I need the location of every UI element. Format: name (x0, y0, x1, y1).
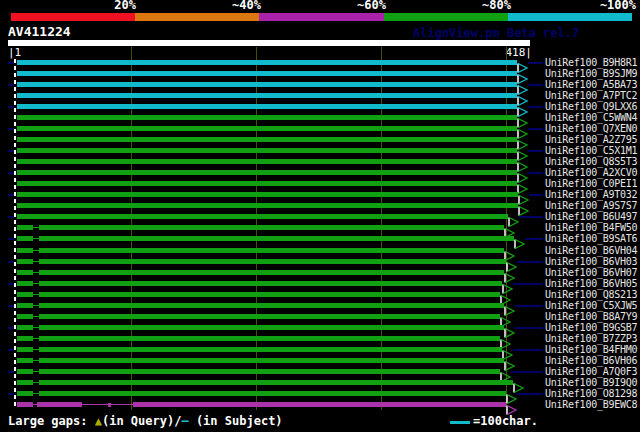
alignment-bar[interactable] (17, 347, 33, 352)
alignment-arrow-icon[interactable] (517, 113, 528, 123)
alignment-arrow-icon[interactable] (513, 378, 524, 388)
alignment-arrow-icon[interactable] (504, 223, 515, 233)
hit-label[interactable]: UniRef100_C5X1M1 (545, 145, 640, 156)
hit-label[interactable]: UniRef100_B6U497 (545, 211, 640, 222)
alignment-bar[interactable] (17, 248, 33, 253)
hit-label[interactable]: UniRef100_B4FHM0 (545, 344, 640, 355)
alignment-bar[interactable] (39, 358, 504, 363)
alignment-arrow-icon[interactable] (506, 257, 517, 267)
hit-label[interactable]: UniRef100_B9H8R1 (545, 57, 640, 68)
alignment-arrow-icon[interactable] (517, 146, 528, 156)
hit-label[interactable]: UniRef100_B6VH07 (545, 267, 640, 278)
hit-label[interactable]: UniRef100_C5WWN4 (545, 112, 640, 123)
alignment-arrow-icon[interactable] (506, 389, 517, 399)
alignment-bar[interactable] (17, 159, 517, 164)
alignment-arrow-icon[interactable] (517, 80, 528, 90)
alignment-arrow-icon[interactable] (517, 135, 528, 145)
alignment-arrow-icon[interactable] (517, 91, 528, 101)
hit-label[interactable]: UniRef100_B6VH04 (545, 245, 640, 256)
alignment-bar[interactable] (17, 270, 33, 275)
alignment-bar[interactable] (17, 236, 33, 241)
hit-label[interactable]: UniRef100_A5BA73 (545, 79, 640, 90)
alignment-bar[interactable] (17, 402, 33, 407)
alignment-bar[interactable] (39, 380, 513, 385)
alignment-arrow-icon[interactable] (508, 212, 519, 222)
alignment-bar[interactable] (17, 93, 517, 98)
alignment-arrow-icon[interactable] (504, 246, 515, 256)
alignment-bar[interactable] (37, 402, 82, 407)
alignment-arrow-icon[interactable] (506, 400, 517, 410)
alignment-bar[interactable] (17, 292, 33, 297)
alignment-bar[interactable] (17, 369, 33, 374)
hit-label[interactable]: UniRef100_O81298 (545, 388, 640, 399)
alignment-arrow-icon[interactable] (502, 345, 513, 355)
hit-label[interactable]: UniRef100_A2XCV0 (545, 167, 640, 178)
alignment-bar[interactable] (17, 314, 33, 319)
alignment-arrow-icon[interactable] (500, 312, 511, 322)
alignment-arrow-icon[interactable] (517, 124, 528, 134)
hit-label[interactable]: UniRef100_B4FW50 (545, 222, 640, 233)
alignment-bar[interactable] (17, 170, 517, 175)
alignment-bar[interactable] (17, 148, 517, 153)
alignment-bar[interactable] (39, 236, 514, 241)
alignment-arrow-icon[interactable] (504, 356, 515, 366)
hit-label[interactable]: UniRef100_Q9LXX6 (545, 101, 640, 112)
hit-label[interactable]: UniRef100_B6VH03 (545, 256, 640, 267)
alignment-bar[interactable] (39, 248, 504, 253)
alignment-arrow-icon[interactable] (517, 168, 528, 178)
hit-label[interactable]: UniRef100_A2Z795 (545, 134, 640, 145)
hit-label[interactable]: UniRef100_A7Q0F3 (545, 366, 640, 377)
hit-label[interactable]: UniRef100_A9T032 (545, 189, 640, 200)
alignment-bar[interactable] (17, 259, 33, 264)
alignment-bar[interactable] (17, 225, 33, 230)
alignment-bar[interactable] (39, 391, 506, 396)
alignment-arrow-icon[interactable] (518, 190, 529, 200)
alignment-bar[interactable] (17, 137, 517, 142)
alignment-bar[interactable] (39, 281, 502, 286)
alignment-bar[interactable] (39, 369, 500, 374)
alignment-arrow-icon[interactable] (504, 323, 515, 333)
alignment-bar[interactable] (17, 71, 517, 76)
alignment-bar[interactable] (39, 270, 504, 275)
hit-label[interactable]: UniRef100_B7ZZP3 (545, 333, 640, 344)
alignment-bar[interactable] (17, 214, 508, 219)
hit-label[interactable]: UniRef100_B6VH05 (545, 278, 640, 289)
alignment-arrow-icon[interactable] (504, 301, 515, 311)
hit-label[interactable]: UniRef100_C5XJW5 (545, 300, 640, 311)
alignment-bar[interactable] (133, 402, 506, 407)
alignment-bar[interactable] (17, 303, 33, 308)
alignment-bar[interactable] (17, 336, 33, 341)
hit-label[interactable]: UniRef100_B9GSB7 (545, 322, 640, 333)
alignment-bar[interactable] (17, 181, 517, 186)
alignment-bar[interactable] (39, 336, 500, 341)
alignment-arrow-icon[interactable] (502, 279, 513, 289)
alignment-arrow-icon[interactable] (517, 179, 528, 189)
alignment-bar[interactable] (17, 115, 517, 120)
alignment-bar[interactable] (17, 281, 33, 286)
hit-label[interactable]: UniRef100_B9SAT6 (545, 233, 640, 244)
alignment-bar[interactable] (17, 192, 518, 197)
hit-label[interactable]: UniRef100_A7PTC2 (545, 90, 640, 101)
alignment-bar[interactable] (39, 325, 504, 330)
hit-label[interactable]: UniRef100_C0PEI1 (545, 178, 640, 189)
hit-label[interactable]: UniRef100_B8A7Y9 (545, 311, 640, 322)
alignment-bar[interactable] (108, 403, 111, 407)
alignment-arrow-icon[interactable] (504, 268, 515, 278)
alignment-arrow-icon[interactable] (517, 58, 528, 68)
hit-label[interactable]: UniRef100_B6VH06 (545, 355, 640, 366)
alignment-bar[interactable] (17, 104, 517, 109)
alignment-bar[interactable] (39, 314, 500, 319)
alignment-bar[interactable] (39, 347, 502, 352)
alignment-bar[interactable] (39, 292, 500, 297)
alignment-arrow-icon[interactable] (500, 290, 511, 300)
alignment-bar[interactable] (17, 203, 518, 208)
alignment-bar[interactable] (17, 325, 33, 330)
alignment-bar[interactable] (39, 259, 506, 264)
hit-label[interactable]: UniRef100_B9EWC8 (545, 399, 640, 410)
alignment-arrow-icon[interactable] (518, 201, 529, 211)
alignment-arrow-icon[interactable] (517, 157, 528, 167)
alignment-arrow-icon[interactable] (500, 367, 511, 377)
alignment-arrow-icon[interactable] (500, 334, 511, 344)
alignment-bar[interactable] (17, 82, 517, 87)
alignment-bar[interactable] (39, 225, 504, 230)
